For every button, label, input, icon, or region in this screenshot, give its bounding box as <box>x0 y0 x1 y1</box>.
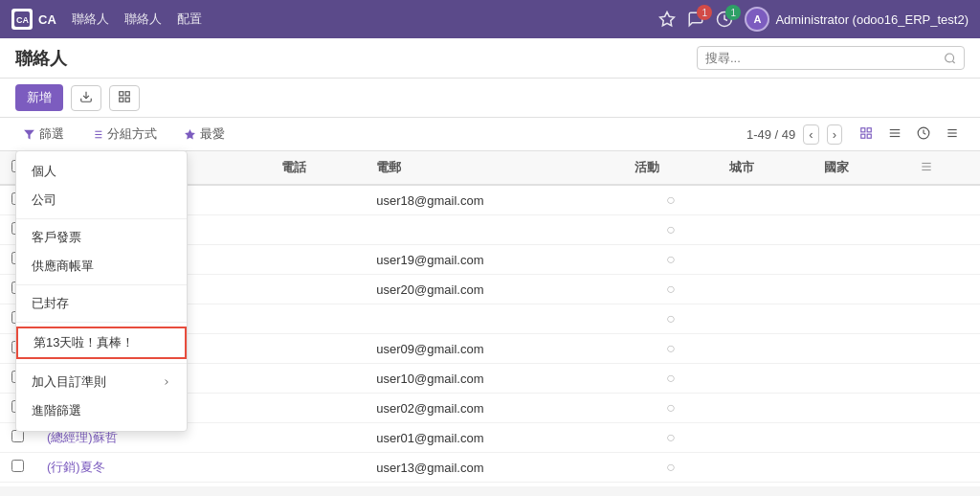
cell-country-2 <box>813 245 907 275</box>
chat-button[interactable]: 1 <box>687 11 704 28</box>
cell-activity-9[interactable]: ○ <box>623 453 718 483</box>
cell-email-2: user19@gmail.com <box>365 245 623 275</box>
cell-phone-6 <box>270 364 365 394</box>
filter-item-company[interactable]: 公司 <box>16 186 187 214</box>
cell-city-10 <box>718 483 813 487</box>
cell-city-9 <box>718 453 813 483</box>
filter-item-vendor[interactable]: 供應商帳單 <box>16 252 187 281</box>
col-city[interactable]: 城市 <box>718 151 813 185</box>
cell-country-3 <box>813 275 907 304</box>
grid-view-button[interactable] <box>109 85 140 111</box>
cell-email-5: user09@gmail.com <box>365 334 623 364</box>
cell-country-9 <box>813 453 907 483</box>
prev-page-button[interactable]: ‹ <box>803 124 818 145</box>
cell-email-8: user01@gmail.com <box>365 423 623 453</box>
filter-item-invoice[interactable]: 客戶發票 <box>16 223 187 252</box>
svg-marker-11 <box>24 129 34 139</box>
cell-phone-9 <box>270 453 365 483</box>
cell-email-7: user02@gmail.com <box>365 394 623 423</box>
svg-marker-18 <box>185 129 195 139</box>
search-input[interactable] <box>705 51 944 65</box>
filter-dropdown: 個人 公司 客戶發票 供應商帳單 已封存 第13天啦！真棒！ 加入目訂準則 進階… <box>15 150 188 432</box>
cell-phone-5 <box>270 334 365 364</box>
group-icon <box>91 128 103 141</box>
cell-country-8 <box>813 423 907 453</box>
star-button[interactable] <box>658 11 676 28</box>
page-header: 聯絡人 <box>0 38 980 79</box>
chat-badge: 1 <box>697 5 712 20</box>
filter-button[interactable]: 篩選 <box>15 122 72 147</box>
svg-rect-9 <box>120 98 123 101</box>
col-country[interactable]: 國家 <box>813 151 907 185</box>
logo-icon: CA <box>11 9 33 30</box>
nav-config[interactable]: 配置 <box>177 11 202 28</box>
cell-activity-8[interactable]: ○ <box>623 423 718 453</box>
cell-city-7 <box>718 394 813 423</box>
filter-item-add-rule[interactable]: 加入目訂準則 <box>16 368 187 396</box>
export-button[interactable] <box>71 85 101 111</box>
cell-name-10[interactable]: (行銷)夏春 <box>35 483 270 487</box>
cell-city-0 <box>718 185 813 215</box>
cell-activity-10[interactable]: ○ <box>623 483 718 487</box>
group-by-button[interactable]: 分組方式 <box>83 122 165 147</box>
filter-item-personal[interactable]: 個人 <box>16 157 187 186</box>
cell-city-6 <box>718 364 813 394</box>
export-icon <box>79 90 93 103</box>
cell-phone-2 <box>270 245 365 275</box>
new-button[interactable]: 新增 <box>15 84 63 111</box>
nav-contacts[interactable]: 聯絡人 <box>124 11 162 28</box>
search-bar[interactable] <box>697 46 965 70</box>
app-logo[interactable]: CA CA <box>11 9 56 30</box>
star-filter-icon <box>184 128 196 141</box>
cell-phone-1 <box>270 215 365 245</box>
cell-phone-0 <box>270 185 365 215</box>
cell-email-0: user18@gmail.com <box>365 185 623 215</box>
svg-rect-8 <box>125 91 129 95</box>
cell-activity-2[interactable]: ○ <box>623 245 718 275</box>
top-nav: CA CA 聯絡人 聯絡人 配置 1 1 A Administrator (od… <box>0 0 980 38</box>
cell-name-9[interactable]: (行銷)夏冬 <box>35 453 270 483</box>
cell-activity-0[interactable]: ○ <box>623 185 718 215</box>
list-view-btn[interactable] <box>882 124 907 146</box>
svg-text:CA: CA <box>16 15 29 25</box>
table-row: (行銷)夏春 user11@gmail.com ○ <box>0 483 980 487</box>
filter-item-archived[interactable]: 已封存 <box>16 289 187 318</box>
next-page-button[interactable]: › <box>827 124 842 145</box>
svg-rect-19 <box>861 127 865 131</box>
settings-view-btn[interactable] <box>940 124 965 146</box>
col-activity[interactable]: 活動 <box>623 151 718 185</box>
cell-phone-3 <box>270 275 365 304</box>
col-settings[interactable] <box>908 151 980 185</box>
cell-activity-5[interactable]: ○ <box>623 334 718 364</box>
cell-city-4 <box>718 304 813 334</box>
divider-1 <box>16 218 187 219</box>
cell-activity-7[interactable]: ○ <box>623 394 718 423</box>
row-checkbox-9[interactable] <box>11 460 24 472</box>
cell-country-10 <box>813 483 907 487</box>
kanban-view-btn[interactable] <box>854 124 879 146</box>
activity-view-btn[interactable] <box>911 124 936 146</box>
svg-rect-10 <box>125 98 129 101</box>
main-nav: 聯絡人 聯絡人 配置 <box>72 11 202 28</box>
nav-contacts-app[interactable]: 聯絡人 <box>72 11 109 28</box>
svg-rect-7 <box>120 91 123 95</box>
svg-point-4 <box>945 54 953 62</box>
filter-item-advanced[interactable]: 進階篩選 <box>16 396 187 425</box>
filter-item-custom[interactable]: 第13天啦！真棒！ <box>16 327 187 359</box>
col-email[interactable]: 電郵 <box>365 151 623 185</box>
cell-activity-4[interactable]: ○ <box>623 304 718 334</box>
cell-city-2 <box>718 245 813 275</box>
arrow-right-icon <box>162 377 171 387</box>
cell-activity-3[interactable]: ○ <box>623 275 718 304</box>
cell-activity-6[interactable]: ○ <box>623 364 718 394</box>
group-label: 分組方式 <box>107 125 157 143</box>
favorites-button[interactable]: 最愛 <box>176 122 233 147</box>
user-menu[interactable]: A Administrator (odoo16_ERP_test2) <box>745 7 969 32</box>
view-switcher <box>854 124 965 146</box>
col-phone[interactable]: 電話 <box>270 151 365 185</box>
activity-button[interactable]: 1 <box>716 11 733 28</box>
cell-city-1 <box>718 215 813 245</box>
svg-rect-20 <box>867 127 871 131</box>
cell-city-3 <box>718 275 813 304</box>
cell-activity-1[interactable]: ○ <box>623 215 718 245</box>
